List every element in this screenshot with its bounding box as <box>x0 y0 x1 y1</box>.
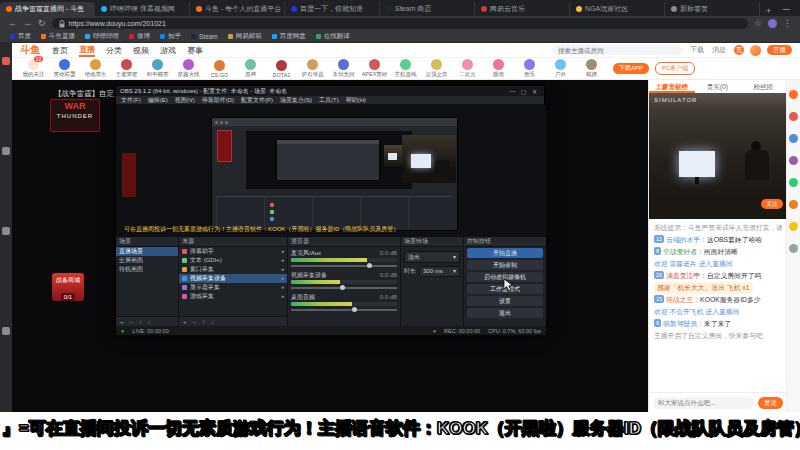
remove-scene-icon[interactable]: − <box>130 319 134 325</box>
browser-tab[interactable]: 哔哩哔哩 弹幕视频网 <box>95 2 190 16</box>
source-item[interactable]: 视频采集设备● <box>179 274 287 283</box>
bookmark-item[interactable]: 在线翻译 <box>316 32 350 41</box>
transition-select[interactable]: 淡出▾ <box>404 251 460 263</box>
nav-home[interactable]: 首页 <box>52 45 68 56</box>
side-gadget-icon[interactable] <box>789 134 798 143</box>
category-item[interactable]: 永劫无间 <box>328 59 359 78</box>
chat-username[interactable]: 萌新驾驶员 <box>663 320 704 327</box>
visibility-eye-icon[interactable]: ● <box>281 265 284 274</box>
pc-client-button[interactable]: PC客户端 <box>655 62 695 75</box>
nav-esports[interactable]: 赛事 <box>187 45 203 56</box>
source-item[interactable]: 弹幕助手● <box>179 247 287 256</box>
category-item[interactable]: 原神 <box>235 59 266 78</box>
volume-slider[interactable] <box>291 306 397 313</box>
add-source-icon[interactable]: + <box>183 319 187 325</box>
category-item[interactable]: 二次元 <box>452 59 483 78</box>
category-item[interactable]: 王者荣耀 <box>111 59 142 78</box>
browser-tab[interactable]: 斗鱼 - 每个人的直播平台 <box>190 2 285 16</box>
category-item[interactable]: 和平精英 <box>142 59 173 78</box>
forward-icon[interactable]: → <box>23 16 32 31</box>
nav-live[interactable]: 直播 <box>79 44 95 57</box>
bookmark-item[interactable]: Steam <box>191 33 218 40</box>
side-gadget-icon[interactable] <box>789 156 798 165</box>
exit-button[interactable]: 退出 <box>467 308 543 318</box>
browser-tab[interactable]: 战争雷霆直播间 - 斗鱼 <box>0 2 95 16</box>
menu-dots-icon[interactable]: ⋮ <box>783 16 792 31</box>
rail-icon[interactable] <box>2 57 10 65</box>
stepper-caret-icon[interactable]: ▾ <box>453 267 456 276</box>
bookmark-item[interactable]: 哔哩哔哩 <box>85 32 119 41</box>
category-item[interactable]: 颜值 <box>483 59 514 78</box>
scene-item[interactable]: 全屏画面 <box>116 256 178 265</box>
source-item[interactable]: 显示器采集● <box>179 283 287 292</box>
start-broadcast-button[interactable]: 开播 <box>767 45 792 55</box>
obs-menu-profile[interactable]: 配置文件(P) <box>241 96 273 105</box>
activity-pendant[interactable]: 战备商城 0/1 <box>52 273 84 301</box>
bookmark-item[interactable]: 百度网盘 <box>272 32 306 41</box>
side-gadget-icon[interactable] <box>789 200 798 209</box>
message-link[interactable]: 消息 <box>712 45 726 55</box>
remove-source-icon[interactable]: − <box>193 319 197 325</box>
category-item[interactable]: 炉石传说 <box>297 59 328 78</box>
nav-category[interactable]: 分类 <box>106 45 122 56</box>
category-item[interactable]: APEX英雄 <box>359 59 390 78</box>
obs-close-icon[interactable]: ✕ <box>529 88 540 95</box>
start-recording-button[interactable]: 开始录制 <box>467 260 543 270</box>
bookmark-item[interactable]: 微博 <box>129 32 150 41</box>
category-item[interactable]: DOTA2 <box>266 60 297 78</box>
webcam-video[interactable]: SIMULATOR 关注 <box>649 93 787 219</box>
start-streaming-button[interactable]: 开始直播 <box>467 248 543 258</box>
duration-stepper[interactable]: 300 ms▾ <box>419 266 460 277</box>
rail-icon[interactable] <box>2 227 10 235</box>
bookmark-star-icon[interactable]: ☆ <box>754 16 762 31</box>
bookmark-item[interactable]: 知乎 <box>160 32 181 41</box>
minimize-button[interactable]: — <box>777 5 795 12</box>
tab-fanclub[interactable]: 粉丝团 <box>740 80 786 93</box>
settings-button[interactable]: 设置 <box>467 296 543 306</box>
visibility-eye-icon[interactable]: ● <box>281 274 284 283</box>
source-item[interactable]: 文本 (GDI+)● <box>179 256 287 265</box>
browser-tab[interactable]: NGA玩家社区 <box>570 2 665 16</box>
side-gadget-icon[interactable] <box>789 90 798 99</box>
browser-profile-avatar[interactable] <box>768 19 777 28</box>
obs-menu-help[interactable]: 帮助(H) <box>346 96 366 105</box>
source-down-icon[interactable]: ↓ <box>211 319 214 325</box>
chat-input[interactable] <box>653 397 754 409</box>
category-item[interactable]: 音乐 <box>514 59 545 78</box>
side-gadget-icon[interactable] <box>789 244 798 253</box>
back-icon[interactable]: ← <box>8 16 17 31</box>
chat-username[interactable]: 满血复活甲 <box>666 272 707 279</box>
search-input[interactable] <box>552 45 682 55</box>
url-box[interactable]: https://www.douyu.com/201021 <box>52 18 748 29</box>
side-gadget-icon[interactable] <box>789 112 798 121</box>
recharge-badge[interactable]: 充 <box>734 45 744 55</box>
obs-maximize-icon[interactable]: ▢ <box>518 88 529 95</box>
visibility-eye-icon[interactable]: ● <box>281 292 284 301</box>
stream-player[interactable]: 【战争雷霆】自定义房间已开启 欢迎加入 WAR THUNDER 战备商城 0/1… <box>12 80 648 412</box>
browser-tab[interactable]: 百度一下，你就知道 <box>285 2 380 16</box>
user-avatar[interactable] <box>750 45 761 56</box>
rail-icon[interactable] <box>2 147 10 155</box>
category-item[interactable]: 云顶之弈 <box>421 59 452 78</box>
download-app-button[interactable]: 下载APP <box>613 63 649 74</box>
nav-game[interactable]: 游戏 <box>160 45 176 56</box>
obs-menu-docks[interactable]: 停靠部件(D) <box>202 96 234 105</box>
source-item[interactable]: 游戏采集● <box>179 292 287 301</box>
category-item[interactable]: 主机游戏 <box>390 59 421 78</box>
download-link[interactable]: 下载 <box>690 45 704 55</box>
category-item-follow[interactable]: 12 我的关注 <box>18 59 49 78</box>
chat-username[interactable]: 空战爱好者 <box>663 248 704 255</box>
rail-icon[interactable] <box>2 327 10 335</box>
category-item[interactable]: CS:GO <box>204 60 235 78</box>
nav-video[interactable]: 视频 <box>133 45 149 56</box>
visibility-eye-icon[interactable]: ● <box>281 256 284 265</box>
visibility-eye-icon[interactable]: ● <box>281 283 284 292</box>
scene-up-icon[interactable]: ↑ <box>139 319 142 325</box>
obs-menu-tools[interactable]: 工具(T) <box>319 96 339 105</box>
obs-menu-edit[interactable]: 编辑(E) <box>148 96 168 105</box>
douyu-logo[interactable]: 斗鱼 <box>20 43 40 57</box>
obs-menu-view[interactable]: 视图(V) <box>175 96 195 105</box>
scene-item[interactable]: 待机画面 <box>116 265 178 274</box>
scene-down-icon[interactable]: ↓ <box>148 319 151 325</box>
browser-tab[interactable]: 网易云音乐 <box>475 2 570 16</box>
